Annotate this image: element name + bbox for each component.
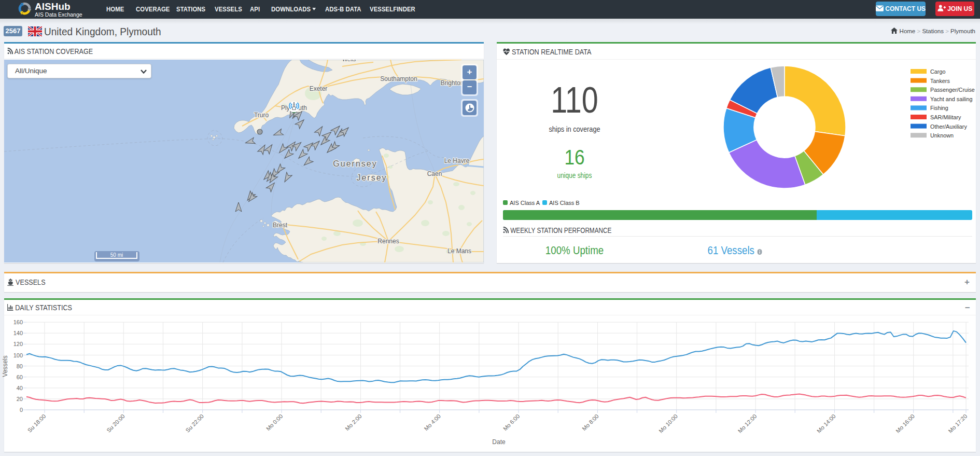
svg-text:0: 0 bbox=[20, 407, 23, 413]
svg-text:Mo 2:00: Mo 2:00 bbox=[344, 413, 363, 432]
svg-text:100: 100 bbox=[13, 352, 23, 358]
svg-text:Su 22:00: Su 22:00 bbox=[184, 413, 205, 434]
svg-text:Date: Date bbox=[492, 438, 506, 446]
svg-text:Su 20:00: Su 20:00 bbox=[105, 413, 126, 434]
svg-text:Mo 12:00: Mo 12:00 bbox=[737, 413, 758, 434]
svg-text:40: 40 bbox=[17, 385, 23, 391]
svg-text:Mo 4:00: Mo 4:00 bbox=[423, 413, 442, 432]
svg-text:Mo 8:00: Mo 8:00 bbox=[581, 413, 600, 432]
svg-text:140: 140 bbox=[13, 330, 23, 336]
svg-text:Mo 6:00: Mo 6:00 bbox=[502, 413, 521, 432]
svg-text:160: 160 bbox=[13, 319, 23, 325]
svg-text:Mo 17:20: Mo 17:20 bbox=[947, 413, 968, 434]
svg-text:Su 18:00: Su 18:00 bbox=[26, 413, 47, 434]
svg-text:Mo 16:00: Mo 16:00 bbox=[894, 413, 916, 434]
svg-text:Vessels: Vessels bbox=[2, 355, 9, 377]
svg-text:60: 60 bbox=[17, 374, 23, 380]
svg-text:Mo 14:00: Mo 14:00 bbox=[816, 413, 837, 434]
svg-text:120: 120 bbox=[13, 341, 23, 347]
svg-text:Mo 10:00: Mo 10:00 bbox=[657, 413, 679, 434]
svg-text:20: 20 bbox=[17, 396, 23, 402]
svg-text:80: 80 bbox=[17, 363, 23, 369]
svg-text:Mo 0:00: Mo 0:00 bbox=[265, 413, 284, 432]
